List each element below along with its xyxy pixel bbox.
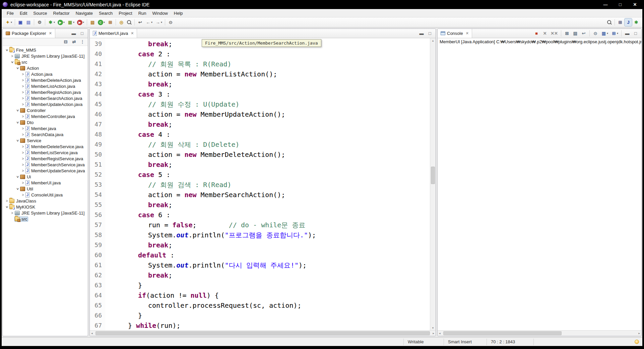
collapsed-arrow-icon[interactable]: > xyxy=(10,211,14,215)
collapsed-arrow-icon[interactable]: > xyxy=(21,169,25,173)
expanded-arrow-icon[interactable]: > xyxy=(5,205,9,209)
menu-refactor[interactable]: Refactor xyxy=(50,10,73,17)
code-line-42[interactable]: action = new MemberListAction(); xyxy=(105,69,436,79)
expanded-arrow-icon[interactable]: > xyxy=(5,48,9,52)
scroll-up-icon[interactable]: ▴ xyxy=(430,39,436,42)
collapsed-arrow-icon[interactable]: > xyxy=(21,115,25,118)
code-line-64[interactable]: if(action != null) { xyxy=(105,290,436,300)
tree-item-memberdeleteaction-java[interactable]: >MemberDeleteAction.java xyxy=(3,77,88,83)
code-line-59[interactable]: break; xyxy=(105,240,436,250)
scroll-right-icon[interactable]: ▸ xyxy=(638,332,640,335)
tree-item-member-java[interactable]: >Member.java xyxy=(3,125,88,131)
tree-item-src[interactable]: >src xyxy=(3,59,88,65)
collapsed-arrow-icon[interactable]: > xyxy=(21,193,25,197)
java-perspective-button[interactable]: J xyxy=(625,18,632,26)
close-tab-icon[interactable]: ✕ xyxy=(131,31,134,36)
clear-console-button[interactable]: ⊠ xyxy=(563,30,571,37)
save-all-button[interactable]: ▤ xyxy=(25,18,32,26)
close-window-button[interactable]: ✕ xyxy=(628,1,642,9)
collapsed-arrow-icon[interactable]: > xyxy=(21,78,25,82)
tree-item-memberregistservice-java[interactable]: >MemberRegistService.java xyxy=(3,156,88,162)
menu-edit[interactable]: Edit xyxy=(17,10,30,17)
new-java-project-button[interactable]: ▧ xyxy=(89,18,96,26)
expanded-arrow-icon[interactable]: > xyxy=(16,108,19,113)
expanded-arrow-icon[interactable]: > xyxy=(10,60,14,64)
tree-item-membersearchservice-java[interactable]: >MemberSearchService.java xyxy=(3,162,88,168)
minimize-view-button[interactable]: ▬ xyxy=(418,30,425,37)
code-line-51[interactable]: break; xyxy=(105,160,436,170)
code-line-47[interactable]: break; xyxy=(105,119,436,129)
debug-button[interactable]: ✱▾ xyxy=(47,18,56,26)
pin-editor-button[interactable]: ⊙ xyxy=(167,18,174,26)
minimize-window-button[interactable]: — xyxy=(598,1,613,9)
tree-item-controller[interactable]: >Controller xyxy=(3,107,88,113)
code-line-49[interactable]: // 회원 삭제 : D(Delete) xyxy=(105,139,436,150)
collapsed-arrow-icon[interactable]: > xyxy=(21,151,25,155)
code-line-61[interactable]: System.out.println("다시 입력해 주세요!"); xyxy=(105,260,436,270)
collapsed-arrow-icon[interactable]: > xyxy=(21,84,25,88)
console-tab[interactable]: Console ✕ xyxy=(438,29,472,38)
collapsed-arrow-icon[interactable]: > xyxy=(21,145,25,149)
view-menu-button[interactable]: ⋮ xyxy=(79,38,86,46)
collapsed-arrow-icon[interactable]: > xyxy=(21,127,25,130)
back-button[interactable]: ←▾ xyxy=(144,18,153,26)
expanded-arrow-icon[interactable]: > xyxy=(16,66,19,70)
scroll-right-icon[interactable]: ▸ xyxy=(433,332,434,335)
menu-help[interactable]: Help xyxy=(171,10,186,17)
expanded-arrow-icon[interactable]: > xyxy=(16,138,19,143)
code-line-46[interactable]: action = new MemberUpdateAction(); xyxy=(105,109,436,119)
last-edit-location-button[interactable]: ↩ xyxy=(136,18,144,26)
tree-item-javaclass[interactable]: >JavaClass xyxy=(3,198,88,204)
open-task-button[interactable]: ◎ xyxy=(118,18,125,26)
collapsed-arrow-icon[interactable]: > xyxy=(21,163,25,167)
collapsed-arrow-icon[interactable]: > xyxy=(21,91,25,94)
search-button[interactable] xyxy=(126,18,133,26)
open-perspective-button[interactable]: ⊞ xyxy=(617,18,624,26)
maximize-view-button[interactable]: □ xyxy=(78,30,86,37)
code-line-60[interactable]: default : xyxy=(105,250,436,260)
minimize-view-button[interactable]: ▬ xyxy=(624,30,631,37)
console-output[interactable]: MemberUI [Java Application] C:₩Users₩sky… xyxy=(438,38,641,330)
menu-search[interactable]: Search xyxy=(96,10,116,17)
tree-item-memberlistservice-java[interactable]: >MemberListService.java xyxy=(3,150,88,156)
expanded-arrow-icon[interactable]: > xyxy=(16,175,19,179)
editor-tab-memberui[interactable]: MemberUI.java ✕ xyxy=(90,29,137,38)
save-button[interactable]: ▣ xyxy=(17,18,24,26)
tree-item-memberupdateservice-java[interactable]: >MemberUpdateService.java xyxy=(3,168,88,174)
scroll-lock-button[interactable]: ▤ xyxy=(572,30,579,37)
menu-source[interactable]: Source xyxy=(30,10,50,17)
find-actions-button[interactable] xyxy=(606,18,613,26)
collapse-all-button[interactable]: ⊟ xyxy=(62,38,69,46)
tree-item-memberlistaction-java[interactable]: >MemberListAction.java xyxy=(3,83,88,89)
code-line-56[interactable]: case 6 : xyxy=(105,210,436,220)
code-area[interactable]: Fire_MMS/src/Action/MemberSearchAction.j… xyxy=(105,38,436,330)
code-line-52[interactable]: case 5 : xyxy=(105,170,436,180)
tree-item-src[interactable]: >src xyxy=(3,216,88,222)
tree-item-dto[interactable]: >Dto xyxy=(3,119,88,125)
tree-item-memberregistaction-java[interactable]: >MemberRegistAction.java xyxy=(3,89,88,95)
code-line-66[interactable]: } xyxy=(105,310,436,321)
remove-all-launches-button[interactable]: ✕✕ xyxy=(550,30,559,37)
link-with-editor-button[interactable]: ⇄ xyxy=(70,38,78,46)
tree-item-membercontroller-java[interactable]: >MemberController.java xyxy=(3,113,88,119)
code-line-62[interactable]: break; xyxy=(105,270,436,280)
tree-item-memberui-java[interactable]: >MemberUI.java xyxy=(3,180,88,186)
external-tools-button[interactable]: ▶▾ xyxy=(76,18,85,26)
code-line-55[interactable]: break; xyxy=(105,200,436,210)
code-line-45[interactable]: // 회원 수정 : U(Update) xyxy=(105,99,436,109)
code-line-50[interactable]: action = new MemberDeleteAction(); xyxy=(105,150,436,160)
tree-item-memberupdateaction-java[interactable]: >MemberUpdateAction.java xyxy=(3,101,88,107)
editor-hscroll-thumb[interactable] xyxy=(95,331,430,335)
word-wrap-button[interactable]: ↩ xyxy=(580,30,587,37)
code-line-44[interactable]: case 3 : xyxy=(105,89,436,99)
code-line-57[interactable]: run = false; // do - while문 종료 xyxy=(105,220,436,230)
tree-item-jre-system-library-javase-11[interactable]: >JRE System Library [JavaSE-11] xyxy=(3,53,88,59)
close-console-icon[interactable]: ✕ xyxy=(466,31,469,36)
code-line-40[interactable]: case 2 : xyxy=(105,49,436,59)
tree-item-consoleutil-java[interactable]: >ConsoleUtil.java xyxy=(3,192,88,198)
tree-item-jre-system-library-javase-11[interactable]: >JRE System Library [JavaSE-11] xyxy=(3,210,88,216)
code-line-54[interactable]: action = new MemberSearchAction(); xyxy=(105,190,436,200)
tree-item-service[interactable]: >Service xyxy=(3,137,88,143)
collapsed-arrow-icon[interactable]: > xyxy=(21,97,25,100)
editor-vertical-scrollbar[interactable]: ▴ ▾ xyxy=(430,38,436,330)
